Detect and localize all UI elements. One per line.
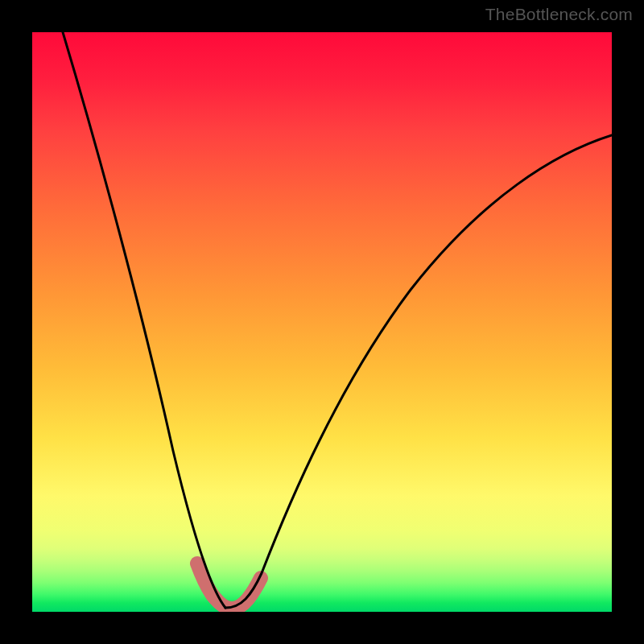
curve-left-branch [63,32,225,608]
plot-area [32,32,612,612]
curve-right-branch [225,135,612,608]
watermark-text: TheBottleneck.com [485,5,633,24]
curve-layer [32,32,612,612]
chart-frame: TheBottleneck.com [0,0,644,644]
